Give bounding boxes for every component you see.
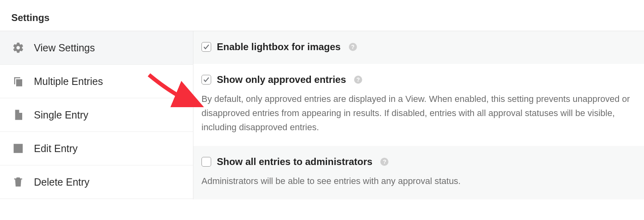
help-icon[interactable]: ? [354,76,362,84]
checkbox-show-all-to-admins[interactable] [201,157,211,167]
checkbox-show-only-approved[interactable] [201,75,211,85]
setting-show-all-to-admins: Show all entries to administrators ? Adm… [193,146,644,199]
sidebar-item-label: Delete Entry [34,176,90,188]
setting-show-only-approved: Show only approved entries ? By default,… [193,64,644,146]
setting-description: By default, only approved entries are di… [201,92,636,135]
sidebar-item-label: Single Entry [34,109,88,121]
help-icon[interactable]: ? [380,158,388,166]
sidebar-item-label: Multiple Entries [34,76,103,87]
setting-label: Enable lightbox for images [217,41,341,53]
sidebar-item-multiple-entries[interactable]: Multiple Entries [0,65,193,98]
sidebar-item-view-settings[interactable]: View Settings [0,31,193,65]
sidebar-item-label: Edit Entry [34,143,78,154]
trash-icon [12,176,24,188]
setting-description: Administrators will be able to see entri… [201,174,636,188]
gear-icon [12,42,24,54]
file-icon [12,109,24,121]
sidebar-item-edit-entry[interactable]: Edit Entry [0,132,193,165]
setting-label: Show all entries to administrators [217,156,372,167]
copy-icon [12,75,24,87]
settings-header: Settings [0,0,644,31]
help-icon[interactable]: ? [349,43,357,51]
sidebar-item-single-entry[interactable]: Single Entry [0,98,193,132]
sidebar-item-delete-entry[interactable]: Delete Entry [0,165,193,199]
setting-enable-lightbox: Enable lightbox for images ? [193,31,644,64]
main-panel: Enable lightbox for images ? Show only a… [193,31,644,199]
edit-icon [12,142,24,154]
checkbox-enable-lightbox[interactable] [201,42,211,52]
setting-label: Show only approved entries [217,74,346,85]
sidebar: View Settings Multiple Entries Single En… [0,31,193,199]
sidebar-item-label: View Settings [34,42,95,54]
